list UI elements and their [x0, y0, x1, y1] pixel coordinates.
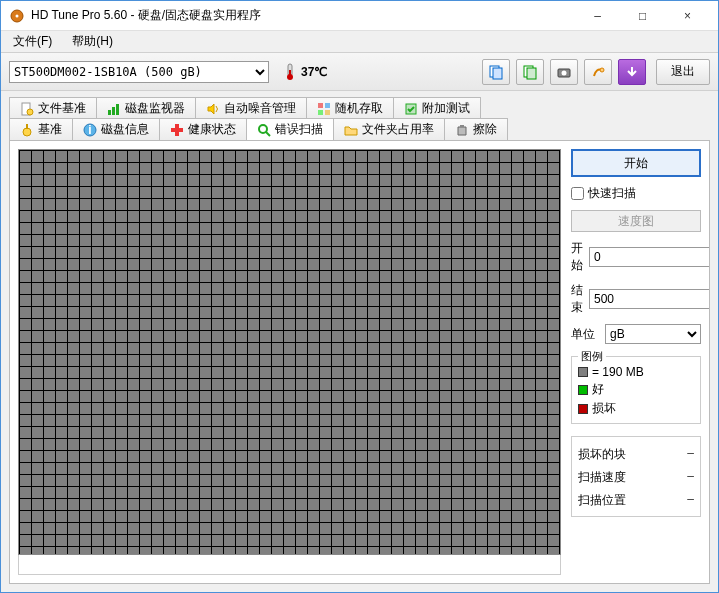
svg-line-29 [266, 132, 270, 136]
legend-bad-icon [578, 404, 588, 414]
window-title: HD Tune Pro 5.60 - 硬盘/固态硬盘实用程序 [31, 7, 575, 24]
scan-grid [18, 149, 561, 555]
svg-rect-15 [112, 107, 115, 115]
unit-field: 单位 gB [571, 324, 701, 344]
svg-rect-19 [318, 110, 323, 115]
svg-rect-14 [108, 110, 111, 115]
svg-rect-16 [116, 104, 119, 115]
options-icon [590, 64, 606, 80]
stat-speed: 扫描速度– [578, 466, 694, 489]
unit-label: 单位 [571, 326, 599, 343]
tab-error-scan[interactable]: 错误扫描 [246, 118, 334, 140]
end-field: 结束 ▲▼ [571, 282, 701, 316]
tab-row-2: 基准 i磁盘信息 健康状态 错误扫描 文件夹占用率 擦除 [9, 118, 710, 140]
status-line [18, 555, 561, 575]
menubar: 文件(F) 帮助(H) [1, 31, 718, 53]
stats-group: 损坏的块– 扫描速度– 扫描位置– [571, 436, 701, 517]
tab-health[interactable]: 健康状态 [159, 118, 247, 140]
disk-monitor-icon [107, 102, 121, 116]
tab-benchmark[interactable]: 基准 [9, 118, 73, 140]
side-panel: 开始 快速扫描 速度图 开始 ▲▼ 结束 ▲▼ 单位 gB 图例 = 190 M… [571, 149, 701, 575]
tab-row-1: 文件基准 磁盘监视器 自动噪音管理 随机存取 附加测试 [9, 97, 710, 119]
start-button[interactable]: 开始 [571, 149, 701, 177]
svg-rect-18 [325, 103, 330, 108]
benchmark-icon [20, 123, 34, 137]
copy-data-button[interactable] [516, 59, 544, 85]
legend-group: 图例 = 190 MB 好 损坏 [571, 356, 701, 424]
file-benchmark-icon [20, 102, 34, 116]
close-button[interactable]: × [665, 2, 710, 30]
random-access-icon [317, 102, 331, 116]
end-input[interactable] [589, 289, 710, 309]
maximize-button[interactable]: □ [620, 2, 665, 30]
tab-aam[interactable]: 自动噪音管理 [195, 97, 307, 119]
tab-folder-usage[interactable]: 文件夹占用率 [333, 118, 445, 140]
end-label: 结束 [571, 282, 583, 316]
svg-point-13 [27, 109, 33, 115]
quick-scan-input[interactable] [571, 187, 584, 200]
error-scan-icon [257, 123, 271, 137]
svg-rect-20 [325, 110, 330, 115]
legend-bad: 损坏 [578, 400, 694, 417]
legend-good-icon [578, 385, 588, 395]
svg-rect-27 [171, 128, 183, 132]
tab-disk-monitor[interactable]: 磁盘监视器 [96, 97, 196, 119]
tab-content: 开始 快速扫描 速度图 开始 ▲▼ 结束 ▲▼ 单位 gB 图例 = 190 M… [9, 140, 710, 584]
temperature-display: 37℃ [283, 62, 327, 82]
thermometer-icon [283, 62, 297, 82]
copy-text-icon [488, 64, 504, 80]
tab-extra-tests[interactable]: 附加测试 [393, 97, 481, 119]
temperature-value: 37℃ [301, 65, 327, 79]
copy-text-button[interactable] [482, 59, 510, 85]
exit-button[interactable]: 退出 [656, 59, 710, 85]
health-icon [170, 123, 184, 137]
quick-scan-checkbox[interactable]: 快速扫描 [571, 185, 701, 202]
drive-select[interactable]: ST500DM002-1SB10A (500 gB) [9, 61, 269, 83]
unit-select[interactable]: gB [605, 324, 701, 344]
screenshot-icon [556, 64, 572, 80]
minimize-button[interactable]: – [575, 2, 620, 30]
copy-data-icon [522, 64, 538, 80]
start-input[interactable] [589, 247, 710, 267]
titlebar: HD Tune Pro 5.60 - 硬盘/固态硬盘实用程序 – □ × [1, 1, 718, 31]
scan-grid-wrap [18, 149, 561, 575]
svg-rect-8 [527, 68, 536, 79]
options-button[interactable] [584, 59, 612, 85]
screenshot-button[interactable] [550, 59, 578, 85]
svg-point-11 [600, 68, 604, 72]
toolbar: ST500DM002-1SB10A (500 gB) 37℃ 退出 [1, 53, 718, 91]
svg-point-22 [23, 128, 31, 136]
speed-map-button: 速度图 [571, 210, 701, 232]
info-icon: i [83, 123, 97, 137]
legend-good: 好 [578, 381, 694, 398]
svg-point-1 [16, 14, 19, 17]
save-button[interactable] [618, 59, 646, 85]
tab-area: 文件基准 磁盘监视器 自动噪音管理 随机存取 附加测试 基准 i磁盘信息 健康状… [1, 91, 718, 140]
extra-tests-icon [404, 102, 418, 116]
legend-block-icon [578, 367, 588, 377]
menu-help[interactable]: 帮助(H) [66, 31, 119, 52]
legend-block: = 190 MB [578, 365, 694, 379]
stat-damaged: 损坏的块– [578, 443, 694, 466]
tab-info[interactable]: i磁盘信息 [72, 118, 160, 140]
app-icon [9, 8, 25, 24]
svg-text:i: i [88, 123, 91, 137]
svg-point-10 [562, 70, 567, 75]
svg-rect-6 [493, 68, 502, 79]
svg-rect-23 [26, 124, 28, 129]
folder-usage-icon [344, 123, 358, 137]
tab-random-access[interactable]: 随机存取 [306, 97, 394, 119]
svg-rect-4 [289, 70, 291, 77]
aam-icon [206, 102, 220, 116]
stat-position: 扫描位置– [578, 489, 694, 512]
tab-erase[interactable]: 擦除 [444, 118, 508, 140]
start-label: 开始 [571, 240, 583, 274]
menu-file[interactable]: 文件(F) [7, 31, 58, 52]
legend-title: 图例 [578, 349, 606, 364]
svg-point-28 [259, 125, 267, 133]
tab-file-benchmark[interactable]: 文件基准 [9, 97, 97, 119]
app-window: HD Tune Pro 5.60 - 硬盘/固态硬盘实用程序 – □ × 文件(… [0, 0, 719, 593]
start-field: 开始 ▲▼ [571, 240, 701, 274]
erase-icon [455, 123, 469, 137]
save-icon [625, 65, 639, 79]
